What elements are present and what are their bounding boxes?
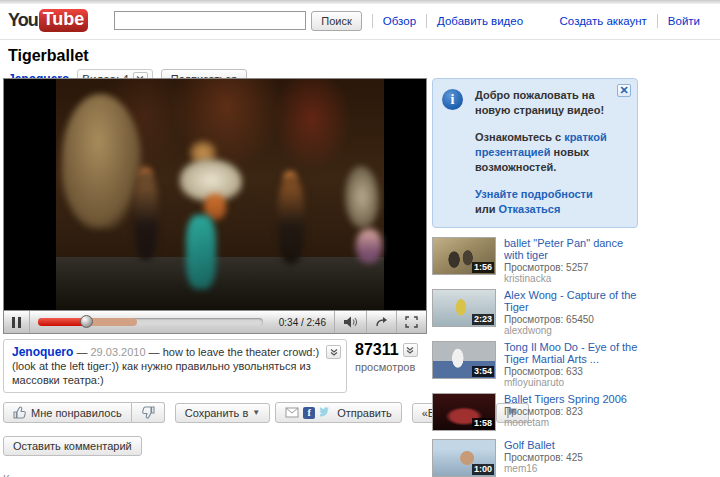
video-frame[interactable]: [4, 79, 426, 310]
facebook-icon: f: [303, 407, 315, 419]
upload-date: 29.03.2010: [90, 346, 145, 358]
youtube-logo[interactable]: You Tube: [8, 9, 88, 32]
info-icon: i: [442, 89, 463, 110]
learn-more-link[interactable]: Узнайте подробности: [475, 188, 593, 200]
dancer-far-right: [356, 229, 382, 263]
volume-button[interactable]: [334, 311, 366, 333]
video-thumbnail[interactable]: 1:56: [432, 237, 496, 275]
related-video-item[interactable]: 1:00 Golf Ballet Просмотров: 425 mem16: [432, 439, 638, 477]
dancer-left: [134, 172, 158, 260]
related-video-title[interactable]: ballet "Peter Pan" dance with tiger: [504, 237, 638, 261]
dislike-button[interactable]: [132, 402, 165, 423]
youtube-watch-page: You Tube Поиск Обзор Добавить видео Созд…: [0, 0, 720, 477]
fullscreen-button[interactable]: [396, 311, 426, 333]
related-video-user[interactable]: mem16: [504, 463, 638, 474]
chevron-down-icon: [406, 346, 414, 354]
caret-down-icon: ▼: [252, 408, 260, 417]
views-box: 87311 просмотров: [355, 339, 427, 373]
create-account-link[interactable]: Создать аккаунт: [550, 15, 657, 27]
expand-stats-button[interactable]: [403, 343, 418, 357]
top-comments-header: Комментарии с лучшими оценками: [3, 473, 427, 477]
pause-button[interactable]: [4, 311, 30, 333]
main-column: 0:34 / 2:46 Jenoquero — 29.03.2010 — how…: [3, 78, 427, 477]
views-count: 87311: [355, 341, 399, 359]
duration-badge: 1:58: [472, 418, 494, 429]
related-video-title[interactable]: Ballet Tigers Spring 2006: [504, 393, 638, 405]
progress-area: [30, 318, 271, 326]
description-author-link[interactable]: Jenoquero: [12, 345, 73, 359]
related-video-title[interactable]: Tong Il Moo Do - Eye of the Tiger Martia…: [504, 341, 638, 365]
progress-knob[interactable]: [80, 315, 93, 328]
notice-body-pre: Ознакомьтесь с: [475, 131, 564, 143]
dancer-right: [278, 176, 304, 264]
thumbs-down-icon: [141, 406, 155, 419]
video-player: 0:34 / 2:46: [3, 78, 427, 334]
related-video-views: Просмотров: 823: [504, 406, 638, 417]
like-button[interactable]: Мне понравилось: [3, 402, 132, 423]
video-thumbnail[interactable]: 1:58: [432, 393, 496, 431]
related-video-views: Просмотров: 425: [504, 452, 638, 463]
duration-badge: 1:56: [472, 262, 494, 273]
logo-you: You: [8, 10, 38, 31]
description-row: Jenoquero — 29.03.2010 — how to leave th…: [3, 339, 427, 393]
dismiss-link[interactable]: Отказаться: [499, 203, 561, 215]
related-video-title[interactable]: Alex Wong - Capture of the Tiger: [504, 289, 638, 313]
nav-browse-link[interactable]: Обзор: [373, 15, 426, 27]
related-video-item[interactable]: 2:23 Alex Wong - Capture of the Tiger Пр…: [432, 289, 638, 336]
volume-icon: [343, 316, 358, 328]
save-to-button[interactable]: Сохранить в ▼: [175, 403, 270, 423]
player-size-button[interactable]: [366, 311, 396, 333]
leave-comment-button[interactable]: Оставить комментарий: [3, 436, 142, 456]
related-video-title[interactable]: Golf Ballet: [504, 439, 638, 451]
video-thumbnail[interactable]: 3:54: [432, 341, 496, 379]
fullscreen-icon: [405, 316, 418, 328]
twitter-icon: [319, 406, 333, 419]
video-thumbnail[interactable]: 1:00: [432, 439, 496, 477]
related-video-item[interactable]: 1:58 Ballet Tigers Spring 2006 Просмотро…: [432, 393, 638, 434]
related-video-item[interactable]: 3:54 Tong Il Moo Do - Eye of the Tiger M…: [432, 341, 638, 388]
close-icon[interactable]: ✕: [617, 84, 631, 97]
related-video-user[interactable]: mfloyuinaruto: [504, 377, 638, 388]
pause-icon: [12, 317, 21, 328]
duration-badge: 2:23: [472, 314, 494, 325]
video-thumbnail[interactable]: 2:23: [432, 289, 496, 327]
description-sep: —: [73, 346, 90, 358]
notice-title: Добро пожаловать на новую страницу видео…: [475, 88, 615, 118]
stage-floor: [56, 257, 384, 310]
email-icon: [285, 406, 299, 419]
header-nav: Обзор Добавить видео: [372, 14, 533, 28]
time-display: 0:34 / 2:46: [271, 317, 334, 328]
related-video-views: Просмотров: 65450: [504, 314, 638, 325]
related-video-user[interactable]: mooretam: [504, 417, 638, 428]
share-button[interactable]: f Отправить: [275, 402, 402, 423]
progress-track[interactable]: [38, 318, 263, 326]
progress-played: [38, 318, 86, 326]
nav-upload-link[interactable]: Добавить видео: [427, 15, 533, 27]
search-box: Поиск: [114, 11, 361, 31]
elephant-left: [62, 94, 142, 229]
related-video-views: Просмотров: 633: [504, 366, 638, 377]
related-video-user[interactable]: kristinacka: [504, 273, 638, 284]
header-account-nav: Создать аккаунт Войти: [550, 14, 710, 28]
views-label: просмотров: [355, 361, 427, 373]
notice-links: Узнайте подробности или Отказаться: [475, 187, 615, 217]
related-video-user[interactable]: alexdwong: [504, 325, 638, 336]
description-box: Jenoquero — 29.03.2010 — how to leave th…: [3, 339, 347, 393]
notice-or: или: [475, 203, 499, 215]
search-input[interactable]: [114, 11, 306, 30]
share-label: Отправить: [337, 407, 392, 419]
logo-tube: Tube: [39, 9, 89, 32]
actions-row: Мне понравилось Сохранить в ▼ f Отправит…: [3, 402, 427, 423]
like-label: Мне понравилось: [31, 407, 122, 419]
expand-description-button[interactable]: [326, 345, 341, 359]
duration-badge: 1:00: [472, 464, 494, 475]
sign-in-link[interactable]: Войти: [658, 15, 710, 27]
description-sep2: —: [146, 346, 163, 358]
welcome-notice: i ✕ Добро пожаловать на новую страницу в…: [432, 78, 638, 228]
save-label: Сохранить в: [185, 407, 249, 419]
resize-arrow-icon: [375, 316, 388, 328]
search-button[interactable]: Поиск: [311, 11, 361, 31]
duration-badge: 3:54: [472, 366, 494, 377]
related-video-item[interactable]: 1:56 ballet "Peter Pan" dance with tiger…: [432, 237, 638, 284]
header: You Tube Поиск Обзор Добавить видео Созд…: [0, 4, 720, 40]
